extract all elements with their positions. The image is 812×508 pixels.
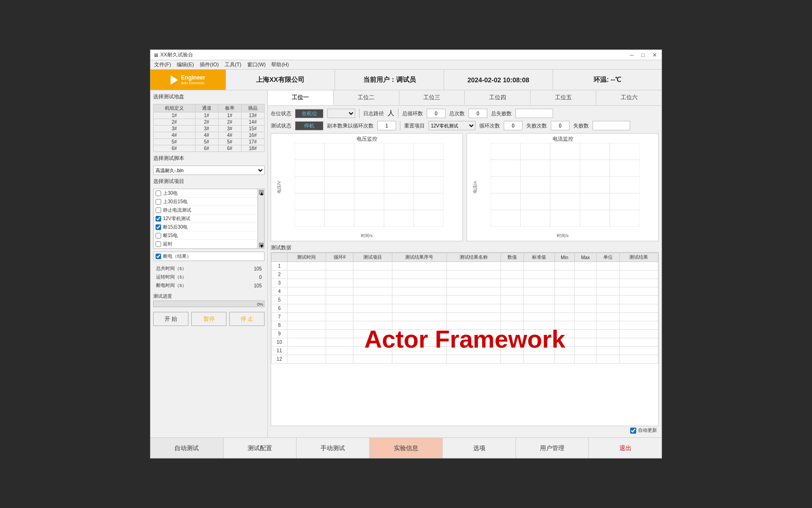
maximize-button[interactable]: □ [640, 52, 647, 58]
data-cell-12-7 [554, 355, 574, 364]
test-item-row: 断15后30电 [154, 223, 258, 231]
data-row-num-5: 5 [272, 296, 288, 304]
stop-button[interactable]: 停 止 [229, 312, 265, 326]
data-cell-12-9 [596, 355, 619, 364]
menu-help[interactable]: 帮助(H) [271, 61, 289, 68]
fail-count-input[interactable] [551, 121, 570, 130]
nav-btn-自动测试[interactable]: 自动测试 [150, 438, 224, 458]
work-tab-1[interactable]: 工位二 [334, 90, 399, 105]
data-cell-10-5 [501, 338, 524, 347]
scrollbar-down-arrow[interactable]: ▼ [259, 243, 264, 247]
total-pass-input[interactable] [468, 109, 487, 118]
position-status-box: 在机位 [295, 109, 323, 118]
col-unit: 单位 [596, 253, 619, 262]
test-item-checkbox-4[interactable] [156, 224, 161, 230]
data-row-num-9: 9 [272, 330, 288, 338]
data-cell-2-4 [446, 270, 501, 279]
top-status-bar: Engineer Add Elements 上海XX有限公司 当前用户：调试员 … [150, 70, 662, 90]
menu-plugin[interactable]: 插件(IO) [200, 61, 219, 68]
col-loop: 循环# [326, 253, 353, 262]
data-cell-7-0 [287, 313, 326, 321]
menu-window[interactable]: 窗口(W) [247, 61, 266, 68]
test-item-checkbox-6[interactable] [156, 241, 161, 247]
data-cell-11-0 [287, 347, 326, 355]
close-button[interactable]: ✕ [650, 52, 659, 58]
data-cell-4-9 [596, 287, 619, 296]
nav-btn-实验信息[interactable]: 实验信息 [370, 438, 443, 458]
test-item-checkbox-5[interactable] [156, 233, 161, 238]
position-dropdown[interactable] [327, 109, 355, 118]
data-cell-7-6 [524, 313, 555, 321]
col-header-rate: 板率 [218, 104, 241, 112]
data-cell-8-10 [619, 321, 658, 330]
script-select[interactable]: 高温耐久-.bin [153, 166, 265, 175]
title-bar-controls: ─ □ ✕ [628, 52, 659, 58]
pause-button[interactable]: 暂停 [191, 312, 226, 326]
log-icon: 人 [388, 109, 394, 118]
data-cell-7-1 [326, 313, 353, 321]
data-cell-2-7 [554, 270, 574, 279]
pos-cell-0-0: 1# [154, 112, 195, 119]
col-test-result: 测试结果 [619, 253, 658, 262]
auto-update-checkbox[interactable] [630, 428, 636, 434]
minimize-button[interactable]: ─ [628, 52, 636, 58]
work-area: 在位状态 在机位 日志路径 人 总循环数 总次数 总失败数 [268, 106, 662, 437]
title-bar: 🖥 XX耐久试验台 ─ □ ✕ [150, 50, 662, 60]
check-dropdown[interactable]: 12V零机测试 [429, 121, 476, 130]
col-result-name: 测试结果名称 [446, 253, 501, 262]
data-cell-2-6 [524, 270, 555, 279]
work-tab-2[interactable]: 工位三 [399, 90, 465, 105]
work-tab-4[interactable]: 工位五 [531, 90, 596, 105]
scrollbar-up-arrow[interactable]: ▲ [259, 190, 264, 195]
work-tab-0[interactable]: 工位一 [268, 90, 334, 105]
pos-cell-3-1: 4# [195, 132, 218, 139]
nav-btn-手动测试[interactable]: 手动测试 [297, 438, 370, 458]
total-fail-input[interactable] [515, 109, 553, 118]
test-item-label-1: 上30后15电 [163, 198, 256, 205]
data-table-row: 7 [272, 313, 658, 321]
data-cell-7-8 [574, 313, 596, 321]
menu-file[interactable]: 文件(F) [154, 61, 171, 68]
test-item-checkbox-2[interactable] [156, 207, 161, 213]
data-cell-6-8 [574, 304, 596, 313]
pos-cell-1-1: 2# [195, 119, 218, 126]
logo-text: Engineer Add Elements [171, 74, 205, 85]
data-cell-10-9 [596, 338, 619, 347]
pos-table-row: 4#4#4#16# [154, 132, 265, 139]
menu-tools[interactable]: 工具(T) [225, 61, 242, 68]
position-label: 在位状态 [271, 110, 291, 117]
nav-btn-测试配置[interactable]: 测试配置 [224, 438, 297, 458]
work-tab-5[interactable]: 工位六 [596, 90, 662, 105]
data-table-row: 2 [272, 270, 658, 279]
work-tab-3[interactable]: 工位四 [465, 90, 531, 105]
data-cell-3-3 [392, 279, 446, 287]
menu-edit[interactable]: 编辑(E) [177, 61, 194, 68]
data-cell-11-9 [596, 347, 619, 355]
loop-count-input[interactable] [504, 121, 523, 130]
samples-input[interactable] [377, 121, 396, 130]
col-row-num [272, 253, 288, 262]
logo-line1: Engineer [181, 74, 205, 81]
test-items-scrollbar[interactable]: ▲ ▼ [258, 189, 264, 248]
script-dropdown-row: 高温耐久-.bin [153, 166, 265, 175]
nav-btn-退出[interactable]: 退出 [589, 438, 662, 458]
data-cell-6-6 [524, 304, 555, 313]
fail2-label: 失败数 [573, 122, 589, 129]
extra-checkbox[interactable] [156, 254, 161, 259]
data-cell-12-4 [446, 355, 501, 364]
nav-btn-选项[interactable]: 选项 [443, 438, 516, 458]
data-cell-11-8 [574, 347, 596, 355]
start-button[interactable]: 开 始 [153, 312, 188, 326]
data-cell-10-6 [524, 338, 555, 347]
test-item-checkbox-3[interactable] [156, 216, 161, 222]
current-chart-svg: 0.1 0.08 0.06 0.04 0.02 0 10:03:08 10:04… [491, 143, 640, 227]
test-item-row: 上30电 [154, 189, 258, 198]
nav-btn-用户管理[interactable]: 用户管理 [516, 438, 589, 458]
fail2-input[interactable] [593, 121, 630, 130]
data-table-header-row: 测试时间 循环# 测试项目 测试结果序号 测试结果名称 数值 标准值 Min M… [272, 253, 658, 262]
total-cycles-input[interactable] [427, 109, 445, 118]
data-row-num-3: 3 [272, 279, 288, 287]
test-item-checkbox-1[interactable] [156, 199, 161, 205]
test-item-checkbox-0[interactable] [156, 190, 161, 196]
pos-cell-4-3: 17# [241, 139, 264, 145]
